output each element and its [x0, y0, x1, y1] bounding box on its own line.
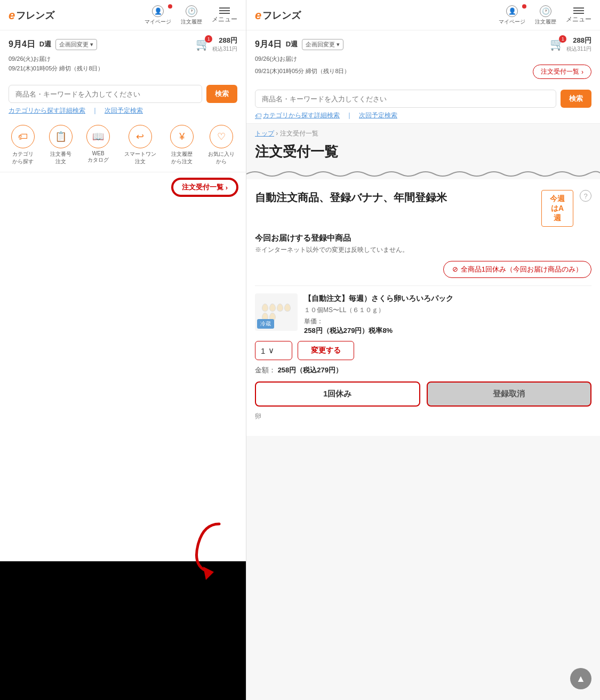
- right-cart-area[interactable]: 🛒 1 288円 税込311円: [550, 36, 591, 53]
- cart-price: 288円: [212, 36, 237, 45]
- section-title: 自動注文商品、登録バナナ、年間登録米: [255, 190, 447, 205]
- breadcrumb-sep: ›: [276, 130, 279, 137]
- all-skip-button[interactable]: ⊘ 全商品1回休み（今回お届け商品のみ）: [443, 261, 591, 278]
- right-search-area: 検索 🏷 カテゴリから探す詳細検索 ｜ 次回予定検索: [246, 84, 600, 124]
- content-area: 自動注文商品、登録バナナ、年間登録米 今週 はA 週 ? 今回お届けする登録中商…: [246, 179, 600, 436]
- order-receipt-btn[interactable]: 注文受付一覧 ›: [172, 179, 237, 196]
- nav-mypage-label: マイページ: [145, 18, 171, 26]
- right-search-input[interactable]: [255, 90, 556, 108]
- search-next-link[interactable]: 次回予定検索: [105, 106, 143, 115]
- right-logo-e: e: [255, 9, 261, 22]
- category-icon: 🏷: [11, 125, 35, 148]
- right-search-links: 🏷 カテゴリから探す詳細検索 ｜ 次回予定検索: [255, 111, 591, 120]
- nav-icon-order-num[interactable]: 📋 注文番号 注文: [49, 125, 73, 165]
- mypage-icon: 👤: [152, 5, 164, 17]
- right-nav-mypage[interactable]: 👤 マイページ: [499, 5, 525, 26]
- smartphone-icon: ↩: [129, 125, 152, 148]
- mypage-dot: [168, 4, 172, 9]
- cart-badge: 1: [205, 35, 212, 43]
- right-logo: e フレンズ: [255, 9, 301, 22]
- right-date-text: 9月4日: [255, 39, 282, 50]
- all-skip-label: 全商品1回休み（今回お届け商品のみ）: [461, 265, 582, 274]
- all-skip-area: ⊘ 全商品1回休み（今回お届け商品のみ）: [255, 261, 591, 278]
- web-catalog-icon: 📖: [86, 125, 110, 148]
- left-search-input[interactable]: [9, 85, 202, 103]
- right-nav-order-history[interactable]: 🕐 注文履歴: [535, 5, 556, 26]
- left-search-button[interactable]: 検索: [206, 85, 237, 103]
- question-icon[interactable]: ?: [580, 190, 591, 202]
- cancel-registration-button[interactable]: 登録取消: [427, 381, 592, 407]
- price-label: 単価：: [304, 317, 591, 326]
- right-deadline-text: 09/21(木)01時05分 締切（残り8日）: [255, 67, 350, 75]
- cart-area[interactable]: 🛒 1 288円 税込311円: [196, 36, 237, 53]
- qty-value: 1: [261, 346, 265, 355]
- cart-icon-wrap: 🛒 1: [196, 37, 210, 51]
- nav-mypage[interactable]: 👤 マイページ: [145, 5, 171, 26]
- black-overlay: [0, 561, 246, 700]
- skip-icon: ⊘: [452, 265, 458, 273]
- right-info-row3: 09/21(木)01時05分 締切（残り8日） 注文受付一覧 ›: [255, 65, 591, 79]
- left-search-area: 検索 カテゴリから探す詳細検索 ｜ 次回予定検索: [0, 79, 246, 118]
- skip-one-button[interactable]: 1回休み: [255, 381, 420, 407]
- nav-icon-smartphone[interactable]: ↩ スマートワン 注文: [124, 125, 156, 165]
- right-header: e フレンズ 👤 マイページ 🕐 注文履歴: [246, 0, 600, 30]
- right-search-detail-link[interactable]: 🏷 カテゴリから探す詳細検索: [255, 111, 340, 120]
- right-mypage-dot: [522, 4, 526, 9]
- product-detail: １０個MS〜LL（６１０ｇ）: [304, 306, 591, 315]
- nav-icon-order-history[interactable]: ¥ 注文履歴 から注文: [170, 125, 194, 165]
- product-name: 【自動注文】毎週）さくら卵いろいろパック: [304, 293, 591, 304]
- product-card: 冷蔵 【自動注文】毎週）さくら卵いろいろパック １０個MS〜LL（６１０ｇ） 単…: [255, 285, 591, 421]
- nav-menu[interactable]: メニュー: [212, 7, 237, 24]
- logo: e フレンズ: [9, 9, 54, 22]
- right-mypage-icon: 👤: [506, 5, 518, 17]
- action-buttons: 1回休み 登録取消: [255, 381, 591, 407]
- nav-icon-favorites[interactable]: ♡ お気に入り から: [208, 125, 235, 165]
- nav-order-history[interactable]: 🕐 注文履歴: [181, 5, 202, 26]
- right-week-badge: D週: [286, 39, 298, 49]
- delivery-date: 09/26(火)お届け: [9, 55, 237, 63]
- plan-badge[interactable]: 企画回変更 ▾: [55, 39, 97, 50]
- eggs-group: [262, 304, 291, 321]
- right-plan-badge[interactable]: 企画回変更 ▾: [302, 39, 343, 50]
- right-nav-menu-label: メニュー: [566, 15, 591, 24]
- right-nav-mypage-label: マイページ: [499, 18, 525, 26]
- date-text: 9月4日: [9, 39, 35, 50]
- right-cart-icon-wrap: 🛒 1: [550, 37, 564, 51]
- nav-icon-web-catalog[interactable]: 📖 WEB カタログ: [86, 125, 110, 165]
- product-top: 冷蔵 【自動注文】毎週）さくら卵いろいろパック １０個MS〜LL（６１０ｇ） 単…: [255, 293, 591, 336]
- left-info-bar: 9月4日 D週 企画回変更 ▾ 🛒 1 288円 税込311円 09/26(火)…: [0, 30, 246, 79]
- right-delivery-date: 09/26(火)お届け: [255, 55, 591, 63]
- week-badge: D週: [39, 39, 51, 49]
- right-search-next-link[interactable]: 次回予定検索: [359, 111, 397, 120]
- scroll-top-button[interactable]: ▲: [570, 668, 591, 689]
- sub-section-title: 今回お届けする登録中商品: [255, 233, 591, 243]
- breadcrumb-top[interactable]: トップ: [255, 130, 274, 137]
- order-receipt-btn-arrow: ›: [226, 184, 228, 192]
- nav-icon-category[interactable]: 🏷 カテゴリ から探す: [11, 125, 35, 165]
- right-info-bar: 9月4日 D週 企画回変更 ▾ 🛒 1 288円 税込311円 09/26(火)…: [246, 30, 600, 84]
- right-search-button[interactable]: 検索: [561, 90, 591, 108]
- quantity-select[interactable]: 1 ∨: [255, 341, 292, 360]
- total-price: 金額： 258円（税込279円）: [255, 365, 591, 375]
- menu-icon: [219, 7, 230, 14]
- right-nav-menu[interactable]: メニュー: [566, 7, 591, 24]
- red-arrow: [187, 519, 230, 583]
- right-cart-price: 288円: [566, 36, 591, 45]
- right-order-receipt-btn[interactable]: 注文受付一覧 ›: [533, 65, 591, 79]
- order-btn-section: 注文受付一覧 ›: [0, 172, 246, 202]
- nav-menu-label: メニュー: [212, 15, 237, 24]
- change-qty-button[interactable]: 変更する: [298, 341, 354, 360]
- search-detail-link[interactable]: カテゴリから探す詳細検索: [9, 106, 85, 115]
- right-order-history-icon: 🕐: [540, 5, 551, 17]
- week-tag: 今週 はA 週: [541, 190, 573, 227]
- right-menu-icon: [573, 7, 584, 14]
- product-image: 冷蔵: [255, 293, 298, 331]
- right-order-receipt-label: 注文受付一覧: [541, 67, 579, 76]
- deadline-text: 09/21(木)01時05分 締切（残り8日）: [9, 65, 237, 73]
- cart-price-sub: 税込311円: [212, 45, 237, 53]
- wavy-divider: [246, 169, 600, 179]
- product-info: 【自動注文】毎週）さくら卵いろいろパック １０個MS〜LL（６１０ｇ） 単価： …: [304, 293, 591, 336]
- breadcrumb: トップ › 注文受付一覧: [246, 124, 600, 140]
- right-header-nav: 👤 マイページ 🕐 注文履歴 メニュー: [499, 5, 591, 26]
- left-search-links: カテゴリから探す詳細検索 ｜ 次回予定検索: [9, 106, 237, 115]
